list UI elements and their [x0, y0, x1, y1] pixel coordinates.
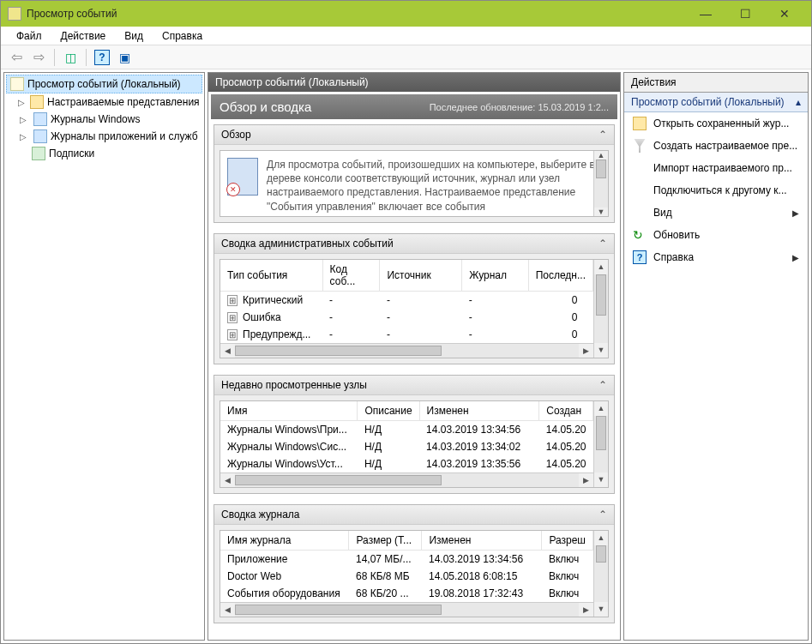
- section-journal-title: Сводка журнала: [221, 509, 300, 521]
- action-item[interactable]: Подключиться к другому к...: [624, 179, 808, 202]
- scroll-up-icon[interactable]: ▲: [594, 260, 608, 274]
- scroll-down-icon[interactable]: ▼: [594, 343, 608, 358]
- help-button[interactable]: [92, 48, 112, 67]
- table-row[interactable]: Журналы Windows\При...Н/Д14.03.2019 13:3…: [220, 421, 593, 439]
- col-last[interactable]: Последн...: [528, 260, 592, 292]
- table-row[interactable]: Предупрежд...---0: [220, 326, 593, 343]
- table-row[interactable]: Журналы Windows\Уст...Н/Д14.03.2019 13:3…: [220, 455, 593, 472]
- table-row[interactable]: События оборудования68 КБ/20 ...19.08.20…: [220, 585, 593, 602]
- scroll-left-icon[interactable]: ◀: [220, 605, 235, 614]
- v-scrollbar[interactable]: ▲ ▼: [593, 531, 608, 617]
- scroll-right-icon[interactable]: ▶: [579, 346, 593, 355]
- v-scrollbar[interactable]: ▲ ▼: [593, 260, 608, 358]
- col-created[interactable]: Создан: [539, 401, 593, 421]
- back-button[interactable]: [6, 48, 27, 67]
- properties-button[interactable]: [114, 48, 135, 67]
- section-admin-header[interactable]: Сводка административных событий ⌃: [214, 234, 614, 254]
- section-overview-header[interactable]: Обзор ⌃: [214, 125, 614, 145]
- col-size[interactable]: Размер (Т...: [349, 531, 422, 551]
- col-name[interactable]: Имя: [220, 401, 358, 421]
- menu-action[interactable]: Действие: [52, 28, 115, 44]
- section-recent-header[interactable]: Недавно просмотренные узлы ⌃: [214, 376, 614, 395]
- scroll-down-icon[interactable]: ▼: [594, 602, 608, 617]
- scroll-down-icon[interactable]: ▼: [594, 472, 608, 487]
- table-row[interactable]: Приложение14,07 МБ/...14.03.2019 13:34:5…: [220, 551, 593, 569]
- table-row[interactable]: Журналы Windows\Сис...Н/Д14.03.2019 13:3…: [220, 438, 593, 455]
- col-type[interactable]: Тип события: [220, 260, 322, 292]
- scroll-left-icon[interactable]: ◀: [220, 476, 235, 485]
- action-item[interactable]: Справка▶: [624, 246, 808, 268]
- titlebar[interactable]: Просмотр событий — ☐ ✕: [1, 1, 811, 27]
- journal-summary-table[interactable]: Имя журнала Размер (Т... Изменен Разреш …: [220, 531, 593, 602]
- scroll-thumb[interactable]: [596, 416, 606, 450]
- h-scrollbar[interactable]: ◀ ▶: [220, 343, 593, 358]
- collapse-up-icon[interactable]: ▴: [796, 96, 801, 108]
- col-journal[interactable]: Журнал: [462, 260, 528, 292]
- collapse-icon[interactable]: ⌃: [598, 238, 607, 250]
- cell-permission: Включ: [542, 568, 593, 585]
- forward-button[interactable]: [28, 48, 49, 67]
- scroll-thumb[interactable]: [235, 346, 442, 356]
- col-permission[interactable]: Разреш: [542, 531, 593, 551]
- expand-icon[interactable]: ▷: [18, 98, 25, 107]
- actions-subtitle[interactable]: Просмотр событий (Локальный) ▴: [624, 93, 808, 112]
- h-scrollbar[interactable]: ◀ ▶: [220, 602, 593, 617]
- col-code[interactable]: Код соб...: [322, 260, 380, 292]
- collapse-icon[interactable]: ⌃: [598, 509, 607, 521]
- info-scrollbar[interactable]: ▲ ▼: [593, 151, 608, 216]
- col-modified[interactable]: Изменен: [422, 531, 542, 551]
- col-desc[interactable]: Описание: [358, 401, 419, 421]
- cell-name: События оборудования: [220, 585, 349, 602]
- scroll-up-icon[interactable]: ▲: [594, 401, 608, 416]
- col-journal-name[interactable]: Имя журнала: [220, 531, 349, 551]
- scroll-up-icon[interactable]: ▲: [594, 151, 608, 159]
- tree-panel[interactable]: Просмотр событий (Локальный) ▷Настраивае…: [3, 72, 205, 641]
- col-modified[interactable]: Изменен: [419, 401, 539, 421]
- center-body[interactable]: Обзор и сводка Последнее обновление: 15.…: [208, 92, 620, 640]
- col-source[interactable]: Источник: [380, 260, 462, 292]
- admin-events-table[interactable]: Тип события Код соб... Источник Журнал П…: [220, 260, 593, 343]
- toolbar-separator: [86, 49, 87, 66]
- scroll-thumb[interactable]: [596, 545, 606, 563]
- scroll-right-icon[interactable]: ▶: [579, 605, 593, 614]
- section-journal-header[interactable]: Сводка журнала ⌃: [214, 505, 614, 525]
- table-row[interactable]: Критический---0: [220, 292, 593, 310]
- scroll-left-icon[interactable]: ◀: [220, 346, 235, 355]
- scroll-thumb[interactable]: [596, 274, 606, 316]
- table-row[interactable]: Ошибка---0: [220, 309, 593, 326]
- expand-icon[interactable]: ▷: [18, 115, 28, 124]
- collapse-icon[interactable]: ⌃: [598, 379, 607, 391]
- tree-item[interactable]: ▷Журналы приложений и служб: [6, 128, 202, 145]
- minimize-button[interactable]: —: [686, 1, 725, 27]
- close-button[interactable]: ✕: [765, 1, 804, 27]
- recent-nodes-table[interactable]: Имя Описание Изменен Создан Журналы Wind…: [220, 401, 593, 472]
- action-item[interactable]: Открыть сохраненный жур...: [624, 112, 808, 135]
- expand-icon[interactable]: ▷: [18, 132, 28, 141]
- cell-modified: 14.03.2019 13:35:56: [419, 455, 539, 472]
- action-item[interactable]: Обновить: [624, 224, 808, 246]
- scroll-thumb[interactable]: [235, 605, 442, 615]
- v-scrollbar[interactable]: ▲ ▼: [593, 401, 608, 487]
- scroll-down-icon[interactable]: ▼: [594, 208, 608, 216]
- blank-icon: [633, 161, 647, 175]
- maximize-button[interactable]: ☐: [725, 1, 765, 27]
- scroll-thumb[interactable]: [596, 159, 606, 178]
- show-hide-tree-button[interactable]: [60, 48, 81, 67]
- tree-item[interactable]: Подписки: [6, 145, 202, 162]
- tree-item[interactable]: ▷Журналы Windows: [6, 111, 202, 128]
- scroll-right-icon[interactable]: ▶: [579, 476, 593, 485]
- tree-root[interactable]: Просмотр событий (Локальный): [6, 75, 202, 93]
- scroll-up-icon[interactable]: ▲: [594, 531, 608, 545]
- menu-view[interactable]: Вид: [116, 28, 152, 44]
- menu-file[interactable]: Файл: [8, 28, 51, 44]
- h-scrollbar[interactable]: ◀ ▶: [220, 472, 593, 487]
- action-item[interactable]: Создать настраиваемое пре...: [624, 135, 808, 157]
- action-item[interactable]: Вид▶: [624, 202, 808, 224]
- scroll-thumb[interactable]: [235, 475, 442, 485]
- action-item[interactable]: Импорт настраиваемого пр...: [624, 157, 808, 179]
- tree-item[interactable]: ▷Настраиваемые представления: [6, 93, 202, 111]
- menu-help[interactable]: Справка: [153, 28, 211, 44]
- table-row[interactable]: Doctor Web68 КБ/8 МБ14.05.2018 6:08:15Вк…: [220, 568, 593, 585]
- action-label: Импорт настраиваемого пр...: [653, 162, 792, 174]
- collapse-icon[interactable]: ⌃: [598, 129, 607, 141]
